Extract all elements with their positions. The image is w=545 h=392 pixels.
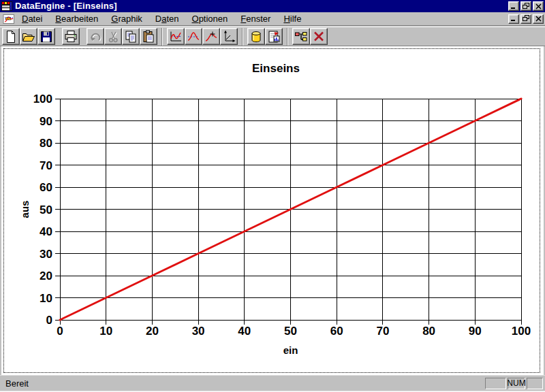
restore-button[interactable] bbox=[520, 1, 531, 11]
structure-tree-icon bbox=[294, 30, 308, 44]
toolbar bbox=[0, 27, 545, 46]
menu-item-graphik[interactable]: Graphik bbox=[110, 13, 144, 24]
y-tick-label: 10 bbox=[40, 292, 52, 305]
x-tick-label: 0 bbox=[57, 325, 63, 338]
print-button[interactable] bbox=[62, 28, 80, 45]
delete-button[interactable] bbox=[310, 28, 328, 45]
toolbar-group bbox=[247, 28, 283, 45]
new-icon bbox=[4, 30, 18, 44]
report-icon bbox=[267, 30, 281, 44]
y-tick-label: 80 bbox=[40, 137, 52, 150]
y-tick-label: 0 bbox=[46, 314, 52, 327]
database-cylinder-icon bbox=[249, 30, 263, 44]
copy-icon bbox=[124, 30, 138, 44]
axes-icon bbox=[222, 30, 236, 44]
y-tick-label: 100 bbox=[33, 93, 52, 105]
mdi-close-button[interactable] bbox=[533, 14, 544, 24]
toolbar-group bbox=[167, 28, 238, 45]
point-chart-button[interactable] bbox=[202, 28, 220, 45]
line-chart-icon bbox=[169, 30, 183, 44]
report-button[interactable] bbox=[265, 28, 283, 45]
status-panels: NUM bbox=[485, 378, 543, 389]
open-button[interactable] bbox=[20, 28, 37, 45]
status-panel-scrl bbox=[527, 378, 543, 389]
close-icon bbox=[535, 14, 542, 24]
close-icon bbox=[535, 1, 542, 12]
toolbar-group bbox=[292, 28, 328, 45]
chart[interactable]: 0102030405060708090100010203040506070809… bbox=[1, 46, 544, 375]
open-icon bbox=[22, 30, 35, 44]
x-tick-label: 80 bbox=[422, 325, 435, 338]
menu-item-datei[interactable]: Datei bbox=[20, 13, 44, 24]
cut-button[interactable] bbox=[104, 28, 122, 45]
copy-button[interactable] bbox=[122, 28, 140, 45]
x-tick-label: 50 bbox=[284, 325, 297, 338]
y-tick-label: 70 bbox=[40, 159, 52, 172]
status-bar: Bereit NUM bbox=[0, 375, 545, 391]
mdi-window-controls bbox=[508, 14, 544, 24]
toolbar-group bbox=[87, 28, 157, 45]
minimize-icon bbox=[510, 1, 517, 12]
title-bar: DataEngine - [Einseins] bbox=[0, 0, 545, 12]
structure-button[interactable] bbox=[292, 28, 310, 45]
x-tick-label: 20 bbox=[146, 325, 159, 338]
x-tick-label: 100 bbox=[512, 325, 531, 338]
y-tick-label: 90 bbox=[40, 115, 52, 128]
y-tick-label: 30 bbox=[40, 248, 52, 261]
curve-chart-button[interactable] bbox=[185, 28, 202, 45]
paste-icon bbox=[142, 30, 155, 44]
database-button[interactable] bbox=[247, 28, 265, 45]
cut-icon bbox=[106, 30, 120, 44]
status-message: Bereit bbox=[5, 378, 29, 389]
restore-icon bbox=[523, 14, 530, 24]
menu-item-bearbeiten[interactable]: Bearbeiten bbox=[54, 13, 99, 24]
toolbar-separator bbox=[287, 28, 288, 46]
close-button[interactable] bbox=[533, 1, 544, 11]
axes-button[interactable] bbox=[220, 28, 238, 45]
undo-button[interactable] bbox=[87, 28, 104, 45]
curve-chart-icon bbox=[187, 30, 200, 44]
x-tick-label: 90 bbox=[469, 325, 482, 338]
x-tick-label: 60 bbox=[330, 325, 343, 338]
mdi-restore-button[interactable] bbox=[520, 14, 531, 24]
undo-icon bbox=[89, 30, 102, 44]
window-title: DataEngine - [Einseins] bbox=[15, 0, 117, 12]
save-icon bbox=[40, 30, 53, 44]
document-icon[interactable] bbox=[3, 14, 15, 24]
chart-title: Einseins bbox=[252, 62, 300, 75]
x-tick-label: 40 bbox=[238, 325, 251, 338]
dataengine-window: DataEngine - [Einseins] DateiBearbeitenG… bbox=[0, 0, 545, 392]
y-tick-label: 50 bbox=[40, 203, 52, 216]
mdi-minimize-button[interactable] bbox=[508, 14, 519, 24]
save-button[interactable] bbox=[37, 28, 55, 45]
toolbar-separator bbox=[161, 28, 163, 46]
menu-item-daten[interactable]: Daten bbox=[154, 13, 181, 24]
restore-icon bbox=[523, 1, 530, 12]
toolbar-separator bbox=[242, 28, 243, 46]
status-panel-caps bbox=[485, 378, 506, 389]
minimize-button[interactable] bbox=[508, 1, 519, 11]
dataengine-logo-icon bbox=[1, 1, 12, 11]
x-axis-label: ein bbox=[283, 344, 298, 356]
paste-button[interactable] bbox=[140, 28, 157, 45]
delete-x-icon bbox=[312, 30, 326, 44]
y-axis-label: aus bbox=[19, 201, 31, 218]
new-button[interactable] bbox=[2, 28, 20, 45]
y-tick-label: 60 bbox=[40, 181, 52, 194]
y-tick-label: 20 bbox=[40, 270, 52, 282]
line-chart-button[interactable] bbox=[167, 28, 185, 45]
x-tick-label: 10 bbox=[99, 325, 112, 338]
y-tick-label: 40 bbox=[40, 225, 52, 238]
menu-item-hilfe[interactable]: Hilfe bbox=[282, 13, 302, 24]
menu-item-optionen[interactable]: Optionen bbox=[191, 13, 230, 24]
toolbar-group bbox=[62, 28, 80, 45]
chart-canvas[interactable]: 0102030405060708090100010203040506070809… bbox=[0, 46, 545, 375]
menu-items: DateiBearbeitenGraphikDatenOptionenFenst… bbox=[20, 13, 313, 24]
toolbar-group bbox=[2, 28, 55, 45]
minimize-icon bbox=[510, 14, 517, 24]
point-chart-icon bbox=[204, 30, 218, 44]
x-tick-label: 30 bbox=[192, 325, 205, 338]
window-controls bbox=[508, 1, 544, 11]
status-panel-num: NUM bbox=[508, 378, 525, 389]
menu-item-fenster[interactable]: Fenster bbox=[239, 13, 272, 24]
